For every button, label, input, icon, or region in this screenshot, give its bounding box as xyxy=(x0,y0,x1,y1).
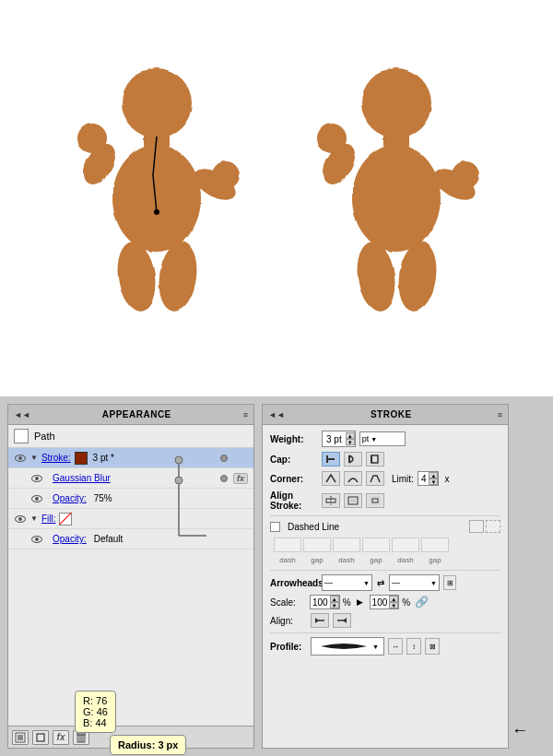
svg-rect-41 xyxy=(372,499,378,502)
arrow-start-value: — xyxy=(324,578,333,587)
arrowheads-row: Arrowheads: — ▼ ⇄ — ▼ ⊞ xyxy=(270,574,500,591)
dashed-checkbox[interactable] xyxy=(270,522,280,532)
align-inside-btn[interactable] xyxy=(344,493,362,508)
cap-square-btn[interactable] xyxy=(366,452,384,467)
opacity2-value: Default xyxy=(94,534,124,544)
opacity2-label[interactable]: Opacity: xyxy=(53,534,87,544)
profile-flip-v-btn[interactable]: ↕ xyxy=(406,638,421,655)
scale-start-up[interactable]: ▲ xyxy=(330,596,339,602)
align2-left-btn[interactable] xyxy=(311,613,329,628)
gaussian-label[interactable]: Gaussian Blur xyxy=(53,473,111,483)
fx-toolbar-btn[interactable]: fx xyxy=(53,730,69,745)
weight-down[interactable]: ▼ xyxy=(346,439,355,445)
align2-right-btn[interactable] xyxy=(333,613,351,628)
cap-flat-btn[interactable] xyxy=(322,452,340,467)
scale-end-stepper[interactable]: 100 ▲▼ xyxy=(370,595,400,609)
stroke-panel: ◄◄ STROKE ≡ Weight: 3 pt ▲ ▼ pt ▼ xyxy=(262,404,509,749)
stroke-visibility-eye[interactable] xyxy=(14,454,27,463)
fill-visibility-eye[interactable] xyxy=(14,514,27,524)
dash-lbl1: dash xyxy=(274,556,301,564)
right-figure-container xyxy=(304,69,488,327)
arrow-swap[interactable]: ⇄ xyxy=(376,578,385,588)
limit-x: x xyxy=(444,474,449,484)
stroke-panel-content: Weight: 3 pt ▲ ▼ pt ▼ Cap: xyxy=(263,425,508,661)
opacity-default-row[interactable]: Opacity: Default xyxy=(8,529,253,549)
corner-miter-btn[interactable] xyxy=(322,471,340,486)
gaussian-dot-handle[interactable] xyxy=(220,475,228,482)
gaussian-visibility-eye[interactable] xyxy=(30,474,43,483)
weight-stepper[interactable]: 3 pt ▲ ▼ xyxy=(322,431,356,447)
color-g: G: 46 xyxy=(83,706,108,717)
gap1-field[interactable] xyxy=(303,537,331,552)
opacity1-visibility-eye[interactable] xyxy=(30,494,43,503)
stroke-menu-btn[interactable]: ≡ xyxy=(498,410,502,419)
path-color-swatch xyxy=(14,429,29,443)
scale-label: Scale: xyxy=(270,597,307,608)
svg-point-10 xyxy=(154,209,159,215)
weight-input[interactable]: 3 pt xyxy=(323,431,346,446)
scale-start-value: 100 xyxy=(311,597,330,608)
weight-row: Weight: 3 pt ▲ ▼ pt ▼ xyxy=(270,431,500,447)
cap-round-btn[interactable] xyxy=(344,452,362,467)
align-outside-btn[interactable] xyxy=(366,493,384,508)
collapse-arrows[interactable]: ◄◄ xyxy=(14,410,30,419)
corner-round-btn[interactable] xyxy=(344,471,362,486)
appearance-menu-btn[interactable]: ≡ xyxy=(243,410,248,419)
svg-marker-46 xyxy=(343,618,347,623)
weight-unit-dropdown[interactable]: pt ▼ xyxy=(359,431,406,446)
fill-label[interactable]: Fill: xyxy=(41,514,56,524)
stroke-appearance-row[interactable]: ▼ Stroke: 3 pt * xyxy=(8,448,253,468)
weight-stepper-arrows[interactable]: ▲ ▼ xyxy=(346,432,355,445)
weight-up[interactable]: ▲ xyxy=(346,432,355,439)
profile-curve-svg xyxy=(316,639,371,654)
profile-flip-h-btn[interactable]: ↔ xyxy=(388,638,403,655)
limit-up[interactable]: ▲ xyxy=(429,472,438,478)
opacity-75-row[interactable]: Opacity: 75% xyxy=(8,489,253,509)
arrow-end-select[interactable]: — ▼ xyxy=(389,574,440,591)
scale-start-stepper[interactable]: 100 ▲▼ xyxy=(310,595,340,609)
gap-lbl1: gap xyxy=(303,556,331,564)
stroke-color-swatch[interactable] xyxy=(75,452,88,465)
dash-option2[interactable] xyxy=(486,520,500,533)
stroke-label[interactable]: Stroke: xyxy=(41,453,71,463)
fill-appearance-row[interactable]: ▼ Fill: xyxy=(8,509,253,529)
opacity2-visibility-eye[interactable] xyxy=(30,535,43,544)
limit-stepper[interactable]: 4 ▲ ▼ xyxy=(418,471,440,486)
scale-end-down[interactable]: ▼ xyxy=(389,602,398,608)
dash-option1[interactable] xyxy=(469,520,484,533)
dash1-field[interactable] xyxy=(274,537,301,552)
gap-lbl2: gap xyxy=(362,556,390,564)
square-btn[interactable] xyxy=(32,730,49,745)
gap-lbl3: gap xyxy=(421,556,449,564)
stroke-dot-handle[interactable] xyxy=(220,455,228,462)
fill-triangle: ▼ xyxy=(30,514,38,523)
new-layer-btn[interactable] xyxy=(12,730,29,745)
dash2-field[interactable] xyxy=(333,537,360,552)
stroke-collapse-arrows[interactable]: ◄◄ xyxy=(268,410,285,419)
divider2 xyxy=(270,570,500,571)
stroke-panel-title: STROKE xyxy=(371,409,412,419)
divider3 xyxy=(270,632,500,633)
fill-swatch[interactable] xyxy=(59,513,72,526)
color-tooltip: R: 76 G: 46 B: 44 xyxy=(75,691,116,733)
right-arrow-indicator: ← xyxy=(512,721,528,740)
profile-dropdown-arrow: ▼ xyxy=(372,644,379,650)
align-center-btn[interactable] xyxy=(322,493,340,508)
limit-stepper-arrows[interactable]: ▲ ▼ xyxy=(429,472,438,485)
profile-reset-btn[interactable]: ⊠ xyxy=(425,638,440,655)
gap3-field[interactable] xyxy=(421,537,449,552)
limit-down[interactable]: ▼ xyxy=(429,478,438,485)
dash3-field[interactable] xyxy=(392,537,419,552)
gap2-field[interactable] xyxy=(362,537,390,552)
opacity1-label[interactable]: Opacity: xyxy=(53,493,87,503)
corner-bevel-btn[interactable] xyxy=(366,471,384,486)
arrowhead-options-btn[interactable]: ⊞ xyxy=(443,575,456,590)
arrow-start-select[interactable]: — ▼ xyxy=(322,574,372,591)
profile-select[interactable]: ▼ xyxy=(311,637,384,656)
scale-end-up[interactable]: ▲ xyxy=(389,596,398,602)
scale-link-icon[interactable]: 🔗 xyxy=(415,596,429,608)
gaussian-blur-row[interactable]: Gaussian Blur fx xyxy=(8,468,253,489)
scale-arrow[interactable]: ▶ xyxy=(354,596,367,608)
weight-label: Weight: xyxy=(270,434,318,444)
scale-start-down[interactable]: ▼ xyxy=(330,602,339,608)
